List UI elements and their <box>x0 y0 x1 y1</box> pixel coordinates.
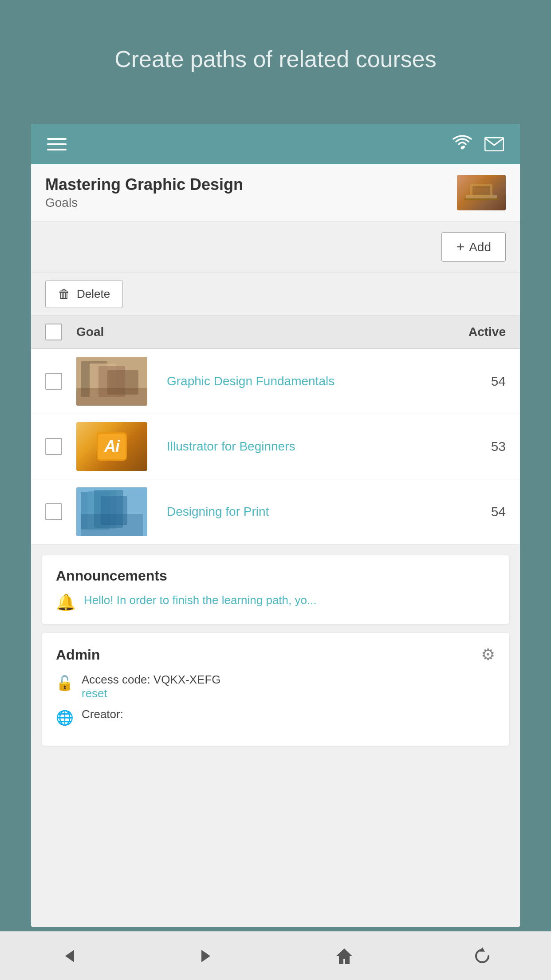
row-active-3: 54 <box>453 504 506 519</box>
course-thumbnail-inner <box>457 175 506 210</box>
row-checkbox-col <box>45 438 76 455</box>
admin-card: Admin ⚙ 🔓 Access code: VQKX-XEFG reset 🌐… <box>42 633 509 746</box>
announcements-title: Announcements <box>56 568 495 584</box>
announcement-message[interactable]: Hello! In order to finish the learning p… <box>84 592 317 608</box>
course-link-2[interactable]: Illustrator for Beginners <box>167 438 453 455</box>
delete-button[interactable]: 🗑 Delete <box>45 280 123 308</box>
globe-icon: 🌐 <box>56 709 74 726</box>
admin-header: Admin ⚙ <box>56 645 495 664</box>
reset-link[interactable]: reset <box>82 687 221 700</box>
add-label: Add <box>469 240 491 254</box>
ai-badge: Ai <box>97 432 127 461</box>
course-thumbnail-2: Ai <box>76 422 147 471</box>
admin-access-row: 🔓 Access code: VQKX-XEFG reset <box>56 673 495 700</box>
table-header: Goal Active <box>31 316 520 349</box>
course-thumbnail-1 <box>76 357 147 406</box>
lower-sections: Announcements 🔔 Hello! In order to finis… <box>31 545 520 927</box>
course-thumbnail-3 <box>76 487 147 536</box>
row-title-col-3: Designing for Print <box>167 503 453 520</box>
course-subtitle: Goals <box>45 196 243 210</box>
svg-rect-17 <box>81 514 143 536</box>
wifi-icon <box>453 134 472 154</box>
row-thumb-col-1 <box>76 357 156 406</box>
header-checkbox-col <box>45 324 76 340</box>
nav-icons <box>453 134 504 154</box>
row-title-col-1: Graphic Design Fundamentals <box>167 373 453 390</box>
trash-icon: 🗑 <box>58 287 71 301</box>
announcement-row: 🔔 Hello! In order to finish the learning… <box>56 592 495 612</box>
table-row: Designing for Print 54 <box>31 479 520 545</box>
row-active-2: 53 <box>453 439 506 454</box>
row-checkbox-1[interactable] <box>45 373 62 390</box>
forward-button[interactable] <box>189 938 224 974</box>
table-row: Graphic Design Fundamentals 54 <box>31 349 520 414</box>
mail-icon[interactable] <box>484 137 504 151</box>
hamburger-menu-icon[interactable] <box>47 138 67 150</box>
row-checkbox-col <box>45 503 76 520</box>
access-code-text: Access code: VQKX-XEFG <box>82 673 221 687</box>
course-title: Mastering Graphic Design <box>45 175 243 194</box>
announcements-card: Announcements 🔔 Hello! In order to finis… <box>42 555 509 624</box>
row-thumb-col-2: Ai <box>76 422 156 471</box>
svg-point-0 <box>461 146 464 149</box>
course-thumbnail <box>457 175 506 210</box>
admin-access-info: Access code: VQKX-XEFG reset <box>82 673 221 700</box>
admin-title: Admin <box>56 647 100 663</box>
svg-rect-3 <box>464 198 499 200</box>
svg-marker-18 <box>65 950 74 962</box>
row-checkbox-2[interactable] <box>45 438 62 455</box>
delete-row: 🗑 Delete <box>31 273 520 316</box>
course-header: Mastering Graphic Design Goals <box>31 164 520 221</box>
course-header-text: Mastering Graphic Design Goals <box>45 175 243 210</box>
back-button[interactable] <box>51 938 87 974</box>
goal-column-header: Goal <box>76 325 453 339</box>
course-link-3[interactable]: Designing for Print <box>167 503 453 520</box>
add-button[interactable]: + Add <box>441 232 506 262</box>
row-active-1: 54 <box>453 374 506 389</box>
gear-icon[interactable]: ⚙ <box>481 645 495 664</box>
home-button[interactable] <box>327 938 362 974</box>
toolbar: + Add <box>31 221 520 273</box>
lock-icon: 🔓 <box>56 675 74 692</box>
row-thumb-col-3 <box>76 487 156 536</box>
nav-bar <box>31 124 520 164</box>
background-tagline: Create paths of related courses <box>0 44 551 75</box>
svg-rect-11 <box>76 388 147 406</box>
row-checkbox-3[interactable] <box>45 503 62 520</box>
refresh-button[interactable] <box>464 938 500 974</box>
bottom-nav <box>0 931 551 980</box>
course-link-1[interactable]: Graphic Design Fundamentals <box>167 373 453 390</box>
active-column-header: Active <box>453 325 506 339</box>
table-body: Graphic Design Fundamentals 54 Ai Illust… <box>31 349 520 545</box>
row-title-col-2: Illustrator for Beginners <box>167 438 453 455</box>
row-checkbox-col <box>45 373 76 390</box>
plus-icon: + <box>456 239 464 255</box>
svg-rect-5 <box>472 186 490 195</box>
table-row: Ai Illustrator for Beginners 53 <box>31 414 520 479</box>
admin-creator-row: 🌐 Creator: <box>56 707 495 726</box>
creator-text: Creator: <box>82 707 123 721</box>
delete-label: Delete <box>77 287 110 301</box>
bell-icon: 🔔 <box>56 593 76 612</box>
select-all-checkbox[interactable] <box>45 324 62 340</box>
svg-marker-19 <box>201 950 210 962</box>
main-card: Mastering Graphic Design Goals + Add 🗑 <box>31 124 520 927</box>
svg-marker-20 <box>336 948 352 964</box>
